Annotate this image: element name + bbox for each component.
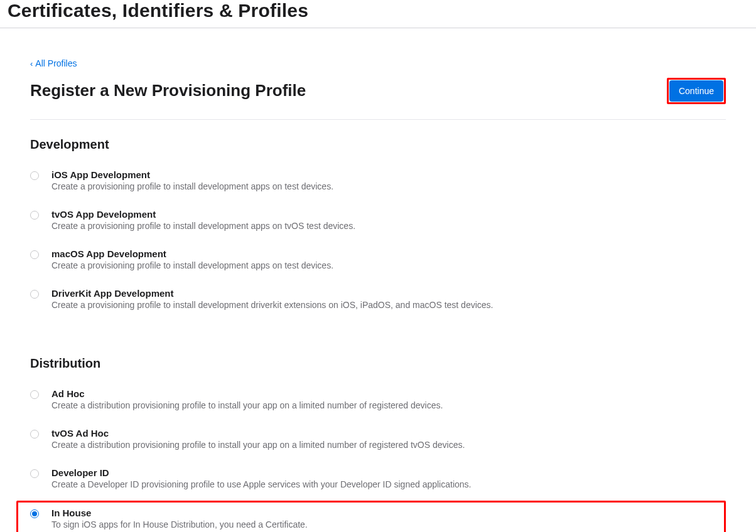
option-desc: Create a Developer ID provisioning profi… — [51, 479, 471, 489]
radio-icon[interactable] — [30, 430, 39, 439]
radio-icon[interactable] — [30, 250, 39, 259]
option-desc: To sign iOS apps for In House Distributi… — [51, 519, 308, 529]
option-desc: Create a provisioning profile to install… — [51, 181, 333, 191]
option-title: tvOS Ad Hoc — [51, 428, 465, 439]
option-ad-hoc[interactable]: Ad Hoc Create a distribution provisionin… — [30, 385, 726, 424]
development-options: iOS App Development Create a provisionin… — [30, 166, 726, 324]
chevron-left-icon: ‹ — [30, 59, 33, 68]
radio-icon[interactable] — [30, 469, 39, 478]
option-title: In House — [51, 508, 308, 518]
radio-icon[interactable] — [30, 390, 39, 399]
distribution-options: Ad Hoc Create a distribution provisionin… — [30, 385, 726, 533]
radio-icon[interactable] — [30, 290, 39, 299]
option-desc: Create a provisioning profile to install… — [51, 260, 333, 270]
title-row: Register a New Provisioning Profile Cont… — [30, 78, 726, 120]
option-tvos-app-development[interactable]: tvOS App Development Create a provisioni… — [30, 205, 726, 245]
option-desc: Create a distribution provisioning profi… — [51, 400, 443, 410]
option-title: DriverKit App Development — [51, 288, 493, 299]
option-title: iOS App Development — [51, 169, 333, 180]
option-title: macOS App Development — [51, 248, 333, 259]
option-desc: Create a provisioning profile to install… — [51, 221, 355, 231]
register-title: Register a New Provisioning Profile — [30, 81, 306, 100]
radio-icon[interactable] — [30, 211, 39, 220]
radio-icon[interactable] — [30, 171, 39, 180]
option-title: Developer ID — [51, 467, 471, 478]
back-link-label: All Profiles — [35, 58, 77, 68]
continue-button[interactable]: Continue — [669, 80, 723, 102]
option-desc: Create a provisioning profile to install… — [51, 300, 493, 310]
development-heading: Development — [30, 137, 726, 152]
option-developer-id[interactable]: Developer ID Create a Developer ID provi… — [30, 464, 726, 503]
option-in-house[interactable]: In House To sign iOS apps for In House D… — [16, 501, 726, 533]
option-desc: Create a distribution provisioning profi… — [51, 440, 465, 450]
back-all-profiles-link[interactable]: ‹ All Profiles — [30, 58, 77, 68]
option-title: tvOS App Development — [51, 209, 355, 220]
option-macos-app-development[interactable]: macOS App Development Create a provision… — [30, 245, 726, 284]
option-driverkit-app-development[interactable]: DriverKit App Development Create a provi… — [30, 284, 726, 324]
continue-button-highlight: Continue — [667, 78, 726, 104]
option-tvos-ad-hoc[interactable]: tvOS Ad Hoc Create a distribution provis… — [30, 424, 726, 464]
page-header: Certificates, Identifiers & Profiles — [0, 0, 756, 28]
page-title: Certificates, Identifiers & Profiles — [8, 0, 748, 21]
option-ios-app-development[interactable]: iOS App Development Create a provisionin… — [30, 166, 726, 205]
radio-icon[interactable] — [30, 509, 39, 518]
distribution-heading: Distribution — [30, 356, 726, 371]
option-title: Ad Hoc — [51, 388, 443, 399]
